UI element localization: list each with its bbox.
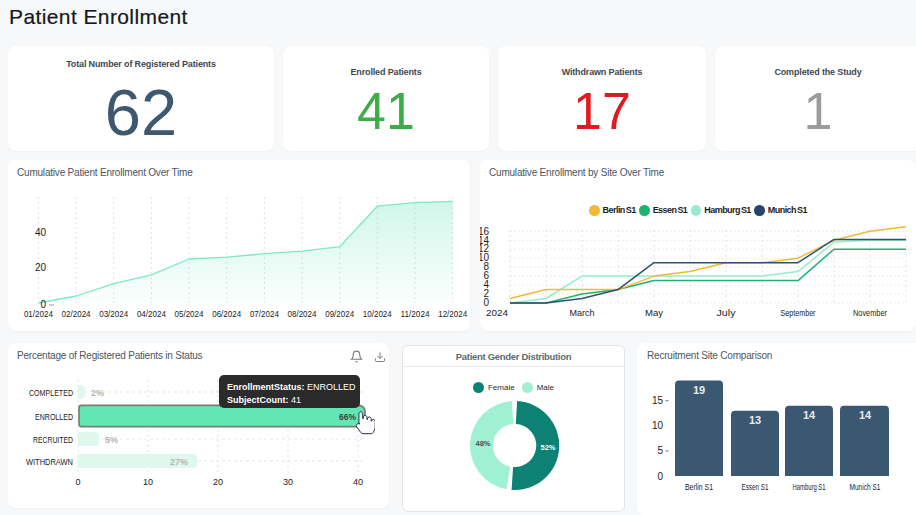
svg-text:2024: 2024: [486, 308, 508, 318]
svg-text:48%: 48%: [475, 439, 490, 448]
svg-text:05/2024: 05/2024: [175, 309, 204, 319]
svg-text:5%: 5%: [105, 435, 118, 445]
svg-text:RECRUITED: RECRUITED: [33, 435, 73, 445]
svg-text:May: May: [645, 308, 664, 318]
svg-text:15: 15: [652, 395, 664, 406]
svg-text:10: 10: [652, 420, 664, 431]
svg-text:30: 30: [283, 477, 293, 487]
svg-text:07/2024: 07/2024: [250, 309, 279, 319]
svg-text:10/2024: 10/2024: [363, 309, 392, 319]
svg-text:Hamburg S1: Hamburg S1: [793, 482, 826, 492]
svg-text:40: 40: [35, 227, 47, 238]
svg-text:Berlin S1: Berlin S1: [685, 482, 713, 492]
svg-text:04/2024: 04/2024: [137, 309, 166, 319]
svg-text:11/2024: 11/2024: [401, 309, 430, 319]
svg-text:Essen S1: Essen S1: [742, 482, 769, 492]
svg-text:ENROLLED: ENROLLED: [35, 412, 73, 422]
svg-text:13: 13: [749, 414, 761, 426]
svg-text:12/2024: 12/2024: [438, 309, 467, 319]
svg-text:0: 0: [40, 299, 46, 310]
svg-text:0: 0: [657, 471, 663, 482]
svg-text:Munich S1: Munich S1: [850, 482, 881, 492]
svg-text:5: 5: [657, 445, 663, 456]
svg-text:02/2024: 02/2024: [62, 309, 91, 319]
svg-text:September: September: [781, 308, 816, 318]
svg-text:20: 20: [213, 477, 223, 487]
svg-text:03/2024: 03/2024: [99, 309, 128, 319]
svg-text:COMPLETED: COMPLETED: [29, 388, 73, 398]
svg-text:14: 14: [803, 409, 816, 421]
svg-text:14: 14: [859, 409, 872, 421]
svg-text:52%: 52%: [540, 443, 555, 452]
svg-text:01/2024: 01/2024: [24, 309, 53, 319]
svg-text:27%: 27%: [170, 457, 188, 467]
svg-text:09/2024: 09/2024: [325, 309, 354, 319]
svg-text:08/2024: 08/2024: [288, 309, 317, 319]
svg-text:WITHDRAWN: WITHDRAWN: [26, 457, 73, 467]
svg-text:19: 19: [693, 384, 705, 396]
svg-text:March: March: [570, 308, 595, 318]
svg-text:06/2024: 06/2024: [212, 309, 241, 319]
svg-text:40: 40: [353, 477, 363, 487]
svg-text:10: 10: [143, 477, 153, 487]
svg-text:November: November: [853, 308, 887, 318]
svg-text:0: 0: [75, 477, 80, 487]
svg-text:16: 16: [480, 226, 489, 237]
svg-text:2%: 2%: [91, 388, 104, 398]
svg-text:20: 20: [35, 262, 47, 273]
svg-text:July: July: [717, 308, 737, 318]
